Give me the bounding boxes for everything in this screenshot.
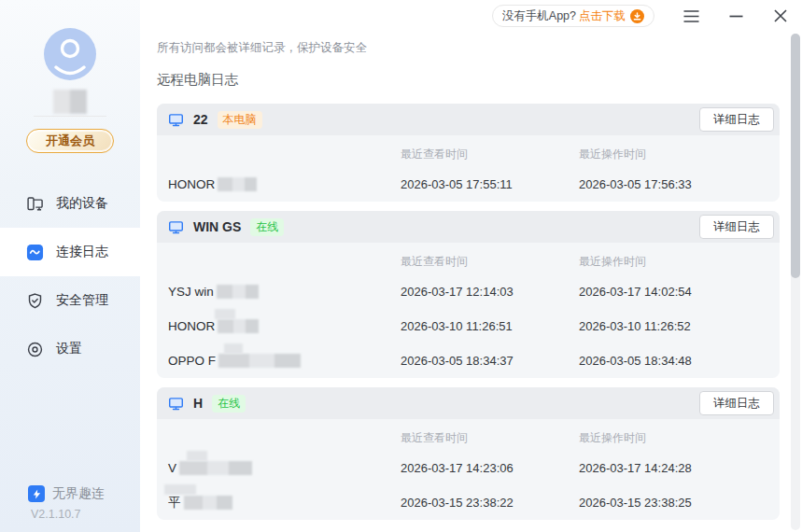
scrollbar-thumb[interactable] [791,34,800,278]
sidebar: 开通会员 我的设备 连接日志 [0,0,140,532]
sidebar-item-connection-logs[interactable]: 连接日志 [0,228,140,276]
minimize-button[interactable] [727,7,744,24]
detail-log-button[interactable]: 详细日志 [699,391,774,415]
sidebar-item-my-devices[interactable]: 我的设备 [0,179,140,228]
device-status-badge: 在线 [250,218,284,236]
username-blurred [53,90,87,114]
operated-time: 2026-03-17 14:02:54 [579,285,768,299]
sidebar-item-label: 设置 [56,341,82,357]
log-table-header: 最近查看时间 最近操作时间 [157,243,780,274]
user-icon [44,28,96,80]
close-button[interactable] [772,7,789,24]
section-title: 远程电脑日志 [157,71,780,89]
device-status-badge: 在线 [212,395,246,413]
visitor-name: HONOR [168,319,215,333]
sidebar-item-security[interactable]: 安全管理 [0,276,140,325]
download-icon [630,9,644,23]
avatar[interactable] [44,28,96,80]
download-app-button[interactable]: 没有手机App? 点击下载 [492,5,654,27]
column-viewed: 最近查看时间 [401,430,579,446]
viewed-time: 2026-03-15 23:38:22 [401,496,579,510]
device-card-header: 22 本电脑 详细日志 [157,104,780,135]
device-card-header: WIN GS 在线 详细日志 [157,211,780,243]
device-card-header: H 在线 详细日志 [157,387,780,419]
column-viewed: 最近查看时间 [401,254,579,270]
redacted-text [215,309,235,319]
operated-time: 2026-03-15 23:38:25 [579,496,768,510]
viewed-time: 2026-03-17 12:14:03 [401,285,579,299]
log-row: V 2026-03-17 14:23:06 2026-03-17 14:24:2… [157,451,780,485]
minimize-icon [729,15,743,18]
download-prompt-text: 没有手机App? [502,8,576,24]
viewed-time: 2026-03-17 14:23:06 [401,461,579,475]
sidebar-item-label: 连接日志 [56,244,108,260]
devices-icon [26,195,44,213]
device-status-badge: 本电脑 [218,111,262,129]
device-card: 22 本电脑 详细日志 最近查看时间 最近操作时间 HONOR 2026-03-… [157,104,780,202]
redacted-text [217,285,259,299]
redacted-text [218,319,259,333]
device-name: WIN GS [193,219,241,234]
monitor-icon [168,396,184,412]
column-viewed: 最近查看时间 [401,147,579,162]
brand-name: 无界趣连 [52,485,105,502]
device-card: WIN GS 在线 详细日志 最近查看时间 最近操作时间 YSJ win 202… [157,211,780,378]
monitor-icon [168,219,184,235]
viewed-time: 2026-03-05 17:55:11 [401,177,579,191]
viewed-time: 2026-03-05 18:34:37 [401,354,579,368]
vip-upgrade-button[interactable]: 开通会员 [26,129,114,153]
operated-time: 2026-03-10 11:26:52 [579,319,768,333]
device-name: H [193,396,203,411]
hamburger-icon [683,10,699,22]
redacted-text [218,177,257,191]
log-row: OPPO F 2026-03-05 18:34:37 2026-03-05 18… [157,343,780,378]
redacted-text [187,451,207,461]
log-table-header: 最近查看时间 最近操作时间 [157,419,780,451]
download-action-text: 点击下载 [579,8,626,24]
redacted-text [179,461,252,475]
redacted-text [218,354,301,368]
redacted-text [164,484,196,495]
brand: 无界趣连 V2.1.10.7 [0,485,140,521]
device-log-cards: 22 本电脑 详细日志 最近查看时间 最近操作时间 HONOR 2026-03-… [157,104,780,520]
app-version: V2.1.10.7 [0,508,140,521]
detail-log-button[interactable]: 详细日志 [699,215,774,239]
sidebar-item-label: 我的设备 [56,195,108,212]
sidebar-menu: 我的设备 连接日志 安全管理 [0,179,140,373]
device-name: 22 [193,112,208,127]
visitor-name: 平 [168,495,181,511]
security-note: 所有访问都会被详细记录，保护设备安全 [157,39,780,56]
column-operated: 最近操作时间 [579,254,768,270]
visitor-name: V [168,461,176,475]
redacted-text [224,343,243,354]
column-operated: 最近操作时间 [579,147,768,162]
logs-icon [26,244,44,261]
divider [34,116,106,117]
operated-time: 2026-03-17 14:24:28 [579,461,768,475]
sidebar-item-label: 安全管理 [56,292,108,309]
sidebar-item-settings[interactable]: 设置 [0,325,140,373]
detail-log-button[interactable]: 详细日志 [699,107,774,132]
shield-check-icon [26,292,44,310]
column-operated: 最近操作时间 [579,430,768,446]
menu-button[interactable] [682,7,699,24]
visitor-name: YSJ win [168,285,214,299]
log-row: 平 2026-03-15 23:38:22 2026-03-15 23:38:2… [157,485,780,520]
visitor-name: HONOR [168,177,215,191]
device-card: H 在线 详细日志 最近查看时间 最近操作时间 V 2026-03-17 14:… [157,387,780,520]
brand-logo-icon [28,485,45,502]
scrollbar-track[interactable] [791,34,800,530]
close-icon [774,9,787,22]
log-row: HONOR 2026-03-10 11:26:51 2026-03-10 11:… [157,309,780,343]
operated-time: 2026-03-05 17:56:33 [579,177,768,191]
viewed-time: 2026-03-10 11:26:51 [401,319,579,333]
log-table-header: 最近查看时间 最近操作时间 [157,135,780,167]
redacted-text [184,496,232,510]
main-content: 所有访问都会被详细记录，保护设备安全 远程电脑日志 22 本电脑 详细日志 最近… [140,0,802,532]
log-row: YSJ win 2026-03-17 12:14:03 2026-03-17 1… [157,274,780,309]
operated-time: 2026-03-05 18:34:48 [579,354,768,368]
log-row: HONOR 2026-03-05 17:55:11 2026-03-05 17:… [157,167,780,202]
titlebar: 没有手机App? 点击下载 [140,0,802,32]
monitor-icon [168,112,184,128]
settings-icon [26,341,44,358]
